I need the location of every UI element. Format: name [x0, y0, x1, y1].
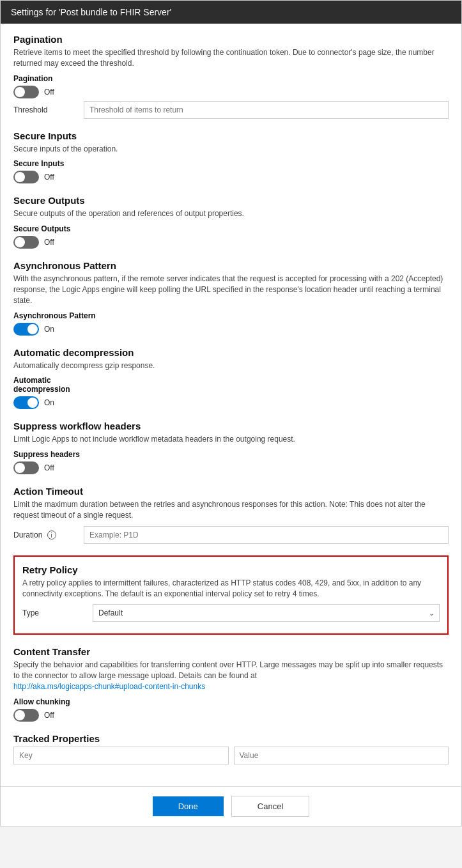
retry-policy-section: Retry Policy A retry policy applies to i…: [13, 555, 449, 635]
content-transfer-title: Content Transfer: [13, 646, 449, 657]
pagination-desc: Retrieve items to meet the specified thr…: [13, 47, 449, 69]
async-pattern-section: Asynchronous Pattern With the asynchrono…: [13, 260, 449, 335]
async-pattern-toggle-label: Asynchronous Pattern: [13, 311, 449, 320]
secure-inputs-desc: Secure inputs of the operation.: [13, 144, 449, 155]
retry-type-select[interactable]: Default None Fixed Exponential: [93, 604, 440, 622]
suppress-headers-toggle-row: Off: [13, 461, 449, 474]
threshold-row: Threshold: [13, 101, 449, 119]
secure-outputs-title: Secure Outputs: [13, 195, 449, 206]
allow-chunking-toggle-knob: [15, 710, 25, 720]
content-transfer-link[interactable]: http://aka.ms/logicapps-chunk#upload-con…: [13, 682, 205, 691]
suppress-headers-title: Suppress workflow headers: [13, 421, 449, 431]
pagination-title: Pagination: [13, 34, 449, 45]
secure-outputs-section: Secure Outputs Secure outputs of the ope…: [13, 195, 449, 249]
retry-type-select-wrapper: Default None Fixed Exponential ⌄: [93, 604, 440, 622]
threshold-input[interactable]: [84, 101, 449, 119]
secure-inputs-section: Secure Inputs Secure inputs of the opera…: [13, 130, 449, 184]
secure-outputs-desc: Secure outputs of the operation and refe…: [13, 208, 449, 219]
suppress-headers-section: Suppress workflow headers Limit Logic Ap…: [13, 421, 449, 474]
duration-label: Duration i: [13, 531, 84, 540]
cancel-button[interactable]: Cancel: [231, 796, 309, 817]
dialog-body: Pagination Retrieve items to meet the sp…: [1, 24, 461, 786]
async-pattern-toggle-knob: [27, 324, 38, 334]
dialog-title: Settings for 'Post bundle to FHIR Server…: [11, 7, 171, 17]
secure-outputs-toggle-row: Off: [13, 236, 449, 249]
action-timeout-title: Action Timeout: [13, 486, 449, 497]
allow-chunking-toggle[interactable]: [13, 709, 39, 722]
async-pattern-desc: With the asynchronous pattern, if the re…: [13, 274, 449, 306]
pagination-section: Pagination Retrieve items to meet the sp…: [13, 34, 449, 119]
async-pattern-title: Asynchronous Pattern: [13, 260, 449, 271]
done-button[interactable]: Done: [153, 796, 224, 816]
pagination-toggle-label: Pagination: [13, 74, 449, 83]
tracked-properties-section: Tracked Properties: [13, 733, 449, 764]
threshold-label: Threshold: [13, 105, 84, 114]
secure-inputs-toggle-row: Off: [13, 171, 449, 183]
retry-type-label: Type: [22, 608, 93, 617]
pagination-toggle-row: Off: [13, 86, 449, 98]
tracked-value-input[interactable]: [234, 747, 449, 764]
auto-decompress-desc: Automatically decompress gzip response.: [13, 360, 449, 371]
pagination-toggle[interactable]: [13, 86, 39, 98]
suppress-headers-desc: Limit Logic Apps to not include workflow…: [13, 434, 449, 445]
dialog-footer: Done Cancel: [1, 786, 461, 826]
retry-policy-title: Retry Policy: [22, 564, 440, 575]
auto-decompress-toggle-knob: [27, 398, 38, 408]
retry-type-row: Type Default None Fixed Exponential ⌄: [22, 604, 440, 622]
secure-inputs-toggle[interactable]: [13, 171, 39, 183]
secure-inputs-toggle-label: Secure Inputs: [13, 159, 449, 168]
auto-decompress-toggle-label: Automatic decompression: [13, 376, 449, 394]
secure-outputs-toggle-label: Secure Outputs: [13, 224, 449, 233]
duration-input[interactable]: [84, 526, 449, 544]
tracked-key-input[interactable]: [13, 747, 229, 764]
suppress-headers-toggle-knob: [15, 463, 25, 473]
tracked-properties-title: Tracked Properties: [13, 733, 449, 744]
allow-chunking-toggle-row: Off: [13, 709, 449, 722]
auto-decompress-toggle-text: On: [44, 398, 54, 407]
auto-decompress-toggle[interactable]: [13, 396, 39, 409]
retry-policy-desc: A retry policy applies to intermittent f…: [22, 578, 440, 600]
content-transfer-section: Content Transfer Specify the behavior an…: [13, 646, 449, 721]
dialog-header: Settings for 'Post bundle to FHIR Server…: [1, 1, 461, 24]
allow-chunking-label: Allow chunking: [13, 697, 449, 706]
auto-decompress-section: Automatic decompression Automatically de…: [13, 347, 449, 410]
tracked-properties-row: [13, 747, 449, 764]
suppress-headers-toggle-label: Suppress headers: [13, 450, 449, 459]
suppress-headers-toggle-text: Off: [44, 463, 54, 472]
secure-inputs-toggle-knob: [15, 172, 25, 182]
secure-outputs-toggle-knob: [15, 237, 25, 247]
suppress-headers-toggle[interactable]: [13, 461, 39, 474]
secure-inputs-toggle-text: Off: [44, 173, 54, 182]
secure-outputs-toggle[interactable]: [13, 236, 39, 249]
duration-row: Duration i: [13, 526, 449, 544]
allow-chunking-toggle-text: Off: [44, 711, 54, 720]
action-timeout-desc: Limit the maximum duration between the r…: [13, 499, 449, 521]
async-pattern-toggle-text: On: [44, 325, 54, 334]
content-transfer-desc: Specify the behavior and capabilities fo…: [13, 660, 449, 692]
async-pattern-toggle[interactable]: [13, 323, 39, 336]
secure-inputs-title: Secure Inputs: [13, 130, 449, 141]
auto-decompress-toggle-row: On: [13, 396, 449, 409]
secure-outputs-toggle-text: Off: [44, 238, 54, 247]
action-timeout-section: Action Timeout Limit the maximum duratio…: [13, 486, 449, 544]
pagination-toggle-text: Off: [44, 88, 54, 97]
pagination-toggle-knob: [15, 87, 25, 97]
settings-dialog: Settings for 'Post bundle to FHIR Server…: [0, 0, 462, 826]
auto-decompress-title: Automatic decompression: [13, 347, 449, 358]
async-pattern-toggle-row: On: [13, 323, 449, 336]
duration-info-icon[interactable]: i: [47, 531, 56, 539]
